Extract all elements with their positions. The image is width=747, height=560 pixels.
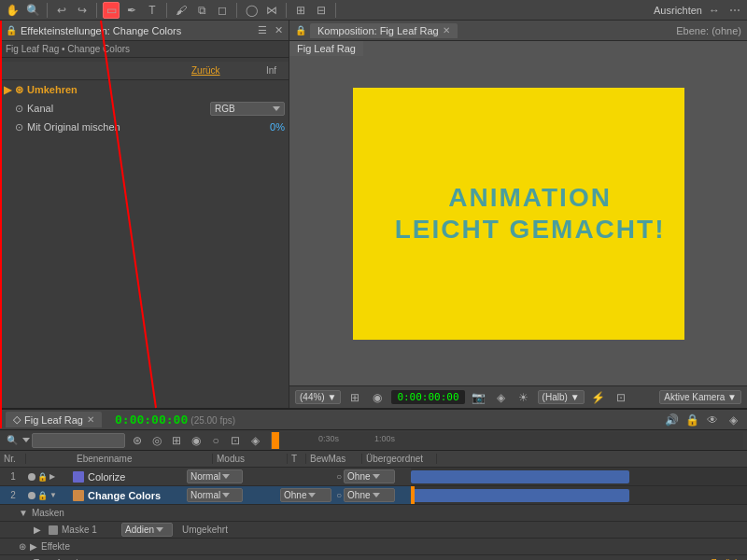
list-item[interactable]: ⊛ ▶ Effekte	[0, 539, 747, 555]
timeline-time-display[interactable]: 0:00:00:00	[115, 413, 188, 427]
rect-tool-icon[interactable]: ▭	[103, 2, 120, 19]
tl-audio-icon[interactable]: 🔊	[663, 412, 680, 428]
roto-icon[interactable]: ◯	[243, 2, 260, 19]
undo-icon[interactable]: ↩	[53, 2, 70, 19]
snapshot-icon[interactable]: 📷	[471, 389, 487, 406]
original-value[interactable]: 0%	[270, 121, 285, 133]
grid-view-icon[interactable]: ⊞	[346, 389, 363, 406]
comp-panel: 🔒 Komposition: Fig Leaf Rag ✕ Ebene: (oh…	[289, 21, 747, 408]
eraser-tool-icon[interactable]: ◻	[214, 2, 231, 19]
grid-icon[interactable]: ⊞	[292, 2, 309, 19]
align-icon[interactable]: ↔	[706, 2, 723, 19]
effekte-icon: ⊛	[19, 541, 26, 552]
exposure-icon[interactable]: ☀	[515, 389, 532, 406]
kanal-dropdown[interactable]: RGB	[210, 102, 285, 116]
kanal-label: Kanal	[27, 103, 210, 114]
bewmas-dropdown-2[interactable]: Ohne	[280, 488, 331, 502]
timeline-tab[interactable]: ◇ Fig Leaf Rag ✕	[6, 412, 102, 427]
uber-dropdown-1[interactable]: Ohne	[344, 469, 395, 483]
pen-tool-icon[interactable]: ✒	[123, 2, 140, 19]
zoom-tool-icon[interactable]: 🔍	[24, 2, 41, 19]
table-row[interactable]: 1 🔒 ▶ Colorize Normal ○ Ohne	[0, 468, 747, 486]
more-icon[interactable]: ⋯	[726, 2, 743, 19]
puppet-icon[interactable]: ⋈	[263, 2, 280, 19]
top-toolbar: ✋ 🔍 ↩ ↪ ▭ ✒ T 🖌 ⧉ ◻ ◯ ⋈ ⊞ ⊟ Ausrichten ↔…	[0, 0, 747, 21]
masken-label: Masken	[32, 508, 64, 518]
col-uber: Übergeordnet	[362, 454, 437, 464]
preview-icon[interactable]: ◉	[369, 389, 386, 406]
brush-tool-icon[interactable]: 🖌	[173, 2, 190, 19]
panel-menu-icon[interactable]: ☰	[258, 24, 267, 36]
list-item[interactable]: ▼ Masken	[0, 505, 747, 522]
search-dropdown-icon[interactable]	[22, 438, 30, 442]
comp-view-tab[interactable]: Fig Leaf Rag	[289, 41, 363, 56]
fx-icon: ⊛	[15, 84, 23, 96]
hand-tool-icon[interactable]: ✋	[4, 2, 21, 19]
zoom-select[interactable]: (44%) ▼	[295, 390, 341, 404]
comp-tab-close-icon[interactable]: ✕	[443, 25, 450, 35]
timeline-time-group: 0:00:00:00 (25.00 fps)	[115, 413, 235, 427]
tl-tool7-icon[interactable]: ◈	[247, 432, 263, 449]
tl-draft-icon[interactable]: ◈	[725, 412, 741, 428]
umkehren-label: Umkehren	[27, 84, 78, 95]
comp-tab-label: Komposition: Fig Leaf Rag	[317, 25, 439, 36]
col-bewmas: BewMas	[306, 454, 362, 464]
mode-dropdown-1[interactable]: Normal	[187, 469, 243, 483]
camera-select[interactable]: Aktive Kamera ▼	[659, 390, 741, 404]
tl-lock-icon[interactable]: 🔒	[684, 412, 700, 428]
layer-timeline-2[interactable]	[411, 486, 747, 504]
layer-timeline-1[interactable]	[411, 468, 747, 485]
col-zuruck-header[interactable]: Zurück	[191, 65, 266, 76]
vis-icon-2[interactable]	[28, 492, 35, 499]
timeline-tab-close-icon[interactable]: ✕	[87, 414, 94, 425]
tl-tool4-icon[interactable]: ◉	[188, 432, 204, 449]
vis-icon-1[interactable]	[28, 473, 35, 481]
layer-bar-1	[411, 470, 629, 483]
list-item[interactable]: ▶ Maske 1 Addien Umgekehrt	[0, 522, 747, 539]
tl-tool6-icon[interactable]: ⊡	[227, 432, 244, 449]
tl-hide-icon[interactable]: 👁	[704, 412, 721, 428]
lock-icon-2[interactable]: 🔒	[37, 491, 48, 500]
table-row[interactable]: 2 🔒 ▼ Change Colors Normal Ohne	[0, 486, 747, 505]
text-tool-icon[interactable]: T	[144, 2, 161, 19]
playhead-marker[interactable]	[272, 432, 279, 449]
expand-tri-1[interactable]: ▶	[49, 472, 55, 481]
effekte-expand-icon[interactable]: ▶	[30, 541, 37, 552]
panel-close-icon[interactable]: ✕	[275, 24, 283, 36]
ruler-mark-1m: 1:00s	[374, 434, 395, 443]
comp-tab[interactable]: Komposition: Fig Leaf Rag ✕	[310, 23, 458, 38]
expand-tri-2[interactable]: ▼	[49, 491, 57, 499]
list-item[interactable]: ▶ Transformieren Zurück	[0, 555, 747, 560]
tl-tool2-icon[interactable]: ◎	[148, 432, 165, 449]
uber-dropdown-2[interactable]: Ohne	[344, 488, 395, 502]
quality-select[interactable]: (Halb) ▼	[538, 390, 585, 404]
search-icon[interactable]: 🔍	[4, 432, 21, 449]
tl-tool3-icon[interactable]: ⊞	[168, 432, 185, 449]
comp-time-display[interactable]: 0:00:00:00	[391, 390, 464, 404]
maske1-mode-dropdown[interactable]: Addien	[121, 523, 173, 537]
layer-color-1	[73, 471, 84, 483]
guide-icon[interactable]: ⊟	[313, 2, 330, 19]
expand-icon: ▶	[4, 84, 11, 96]
layer-mode-1: Normal	[187, 469, 261, 483]
toolbar-sep-2	[96, 3, 97, 18]
effect-section-umkehren[interactable]: ▶ ⊛ Umkehren	[0, 80, 289, 99]
redo-icon[interactable]: ↪	[74, 2, 91, 19]
channels-icon[interactable]: ◈	[493, 389, 510, 406]
tl-tool1-icon[interactable]: ⊛	[129, 432, 146, 449]
fast-preview-icon[interactable]: ⚡	[590, 389, 607, 406]
search-input[interactable]	[32, 433, 125, 448]
masken-expand-icon[interactable]: ▼	[19, 508, 28, 518]
tl-tool5-icon[interactable]: ○	[207, 432, 224, 449]
maske1-expand-icon[interactable]: ▶	[34, 525, 41, 535]
clone-tool-icon[interactable]: ⧉	[193, 2, 210, 19]
original-row: ⊙ Mit Original mischen 0%	[0, 118, 289, 136]
mode-dropdown-2[interactable]: Normal	[187, 488, 243, 502]
camera-arrow-icon: ▼	[727, 392, 737, 402]
timeline-columns: Nr. Ebenenname Modus T BewMas Übergeordn…	[0, 451, 747, 468]
toolbar-sep-3	[166, 3, 167, 18]
render-icon[interactable]: ⊡	[613, 389, 629, 406]
layer-bewmas-2: Ohne	[280, 488, 336, 502]
lock-icon-1[interactable]: 🔒	[37, 472, 48, 482]
col-mode: Modus	[213, 454, 288, 464]
